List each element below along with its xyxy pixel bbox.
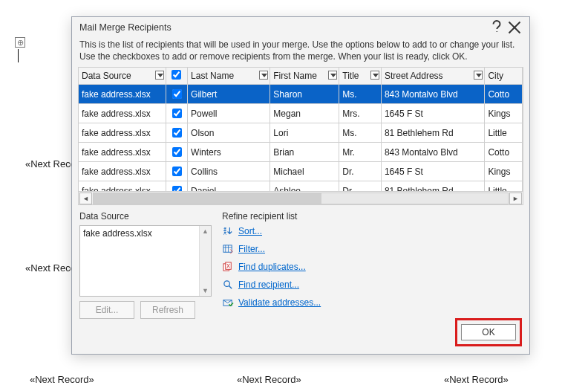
cell-street: 843 Montalvo Blvd: [381, 85, 485, 104]
cell-city: Cotto: [485, 143, 523, 162]
filter-link[interactable]: Filter...: [238, 244, 265, 254]
cell-data-source: fake address.xlsx: [79, 123, 166, 143]
validate-addresses-link[interactable]: Validate addresses...: [238, 297, 321, 308]
close-button[interactable]: [506, 19, 523, 36]
chevron-down-icon[interactable]: [328, 71, 337, 80]
cell-checkbox[interactable]: [166, 123, 187, 143]
grid-horizontal-scrollbar[interactable]: ◄ ►: [79, 191, 523, 204]
data-source-label: Data Source: [79, 211, 212, 222]
cell-first-name: Sharon: [270, 85, 339, 104]
ok-button-highlight: OK: [455, 318, 522, 346]
validate-icon: [222, 297, 234, 308]
data-source-item[interactable]: fake address.xlsx: [83, 228, 208, 239]
row-checkbox[interactable]: [172, 128, 182, 138]
intro-line-1: This is the list of recipients that will…: [79, 39, 522, 51]
col-city[interactable]: City: [485, 68, 523, 85]
cell-data-source: fake address.xlsx: [79, 162, 166, 181]
table-row[interactable]: fake address.xlsxOlsonLoriMs.81 Bethlehe…: [79, 123, 523, 143]
cell-city: Cotto: [485, 85, 523, 104]
col-last-name[interactable]: Last Name: [188, 68, 270, 85]
sort-link[interactable]: Sort...: [238, 226, 262, 236]
cell-street: 843 Montalvo Blvd: [381, 143, 485, 162]
cell-first-name: Lori: [270, 123, 339, 143]
cell-data-source: fake address.xlsx: [79, 104, 166, 123]
text-cursor: [18, 49, 19, 62]
cell-last-name: Powell: [188, 104, 270, 123]
edit-datasource-button[interactable]: Edit...: [79, 301, 134, 319]
cell-checkbox[interactable]: [166, 143, 187, 162]
find-recipient-icon: [222, 279, 234, 291]
row-checkbox[interactable]: [172, 167, 182, 176]
svg-point-5: [223, 281, 229, 287]
cell-city: Little: [485, 123, 523, 143]
refine-label: Refine recipient list: [222, 211, 522, 222]
cell-street: 81 Bethlehem Rd: [381, 123, 485, 143]
ok-button[interactable]: OK: [461, 324, 516, 340]
select-all-checkbox[interactable]: [172, 70, 181, 80]
cell-checkbox[interactable]: [166, 85, 187, 104]
table-row[interactable]: fake address.xlsxCollinsMichaelDr.1645 F…: [79, 162, 523, 181]
row-checkbox[interactable]: [172, 147, 182, 157]
svg-rect-2: [223, 245, 231, 252]
col-first-name[interactable]: First Name: [270, 68, 339, 85]
refine-panel: Refine recipient list AZ Sort... Filter.…: [222, 211, 522, 319]
chevron-down-icon[interactable]: [474, 71, 483, 80]
scroll-thumb[interactable]: [94, 193, 321, 204]
svg-text:Z: Z: [223, 227, 226, 231]
table-row[interactable]: fake address.xlsxPowellMeganMrs.1645 F S…: [79, 104, 523, 123]
chevron-down-icon[interactable]: [370, 71, 379, 80]
row-checkbox[interactable]: [172, 109, 182, 118]
cell-last-name: Winters: [188, 143, 270, 162]
find-recipient-link[interactable]: Find recipient...: [238, 279, 299, 290]
col-select-all[interactable]: [166, 68, 187, 85]
dialog-title: Mail Merge Recipients: [79, 22, 488, 33]
cell-last-name: Collins: [188, 162, 270, 181]
chevron-down-icon[interactable]: [259, 71, 268, 80]
svg-text:A: A: [223, 231, 226, 236]
table-row[interactable]: fake address.xlsxWintersBrianMr.843 Mont…: [79, 143, 523, 162]
list-vertical-scrollbar[interactable]: ▲▼: [199, 226, 211, 296]
cell-data-source: fake address.xlsx: [79, 85, 166, 104]
cell-title: Mr.: [339, 143, 382, 162]
sort-icon: AZ: [222, 225, 234, 237]
row-checkbox[interactable]: [172, 89, 182, 99]
dialog-titlebar: Mail Merge Recipients: [72, 17, 529, 38]
cell-city: Kings: [485, 104, 523, 123]
col-title[interactable]: Title: [339, 68, 382, 85]
scroll-left-arrow[interactable]: ◄: [79, 193, 92, 204]
scroll-right-arrow[interactable]: ►: [509, 193, 522, 204]
chevron-down-icon[interactable]: [155, 71, 164, 80]
scroll-track[interactable]: [93, 193, 509, 204]
dialog-intro: This is the list of recipients that will…: [72, 38, 529, 67]
mail-merge-recipients-dialog: Mail Merge Recipients This is the list o…: [71, 16, 530, 355]
cell-last-name: Gilbert: [188, 85, 270, 104]
cell-street: 1645 F St: [381, 104, 485, 123]
cell-first-name: Brian: [270, 143, 339, 162]
cell-last-name: Olson: [188, 123, 270, 143]
table-row[interactable]: fake address.xlsxGilbertSharonMs.843 Mon…: [79, 85, 523, 104]
cell-street: 1645 F St: [381, 162, 485, 181]
col-data-source[interactable]: Data Source: [79, 68, 166, 85]
recipients-grid[interactable]: Data Source Last Name First Name Title S…: [78, 67, 523, 205]
bg-next-record-5: «Next Record»: [444, 374, 509, 385]
cell-title: Ms.: [339, 85, 382, 104]
refresh-datasource-button[interactable]: Refresh: [140, 301, 195, 319]
help-button[interactable]: [488, 19, 506, 36]
cell-first-name: Michael: [270, 162, 339, 181]
bg-next-record-3: «Next Record»: [30, 374, 94, 385]
cell-checkbox[interactable]: [166, 104, 187, 123]
data-source-list[interactable]: fake address.xlsx ▲▼: [79, 225, 212, 297]
cell-first-name: Megan: [270, 104, 339, 123]
cell-title: Ms.: [339, 123, 382, 143]
intro-line-2: Use the checkboxes to add or remove reci…: [79, 51, 522, 63]
col-street-address[interactable]: Street Address: [381, 68, 485, 85]
cell-data-source: fake address.xlsx: [79, 143, 166, 162]
grid-header-row: Data Source Last Name First Name Title S…: [79, 68, 523, 85]
data-source-panel: Data Source fake address.xlsx ▲▼ Edit...…: [79, 211, 212, 319]
cell-title: Mrs.: [339, 104, 382, 123]
find-duplicates-link[interactable]: Find duplicates...: [238, 262, 306, 272]
cell-checkbox[interactable]: [166, 162, 187, 181]
cell-title: Dr.: [339, 162, 382, 181]
insert-table-marker: ⊕: [15, 37, 25, 48]
filter-icon: [222, 243, 234, 255]
